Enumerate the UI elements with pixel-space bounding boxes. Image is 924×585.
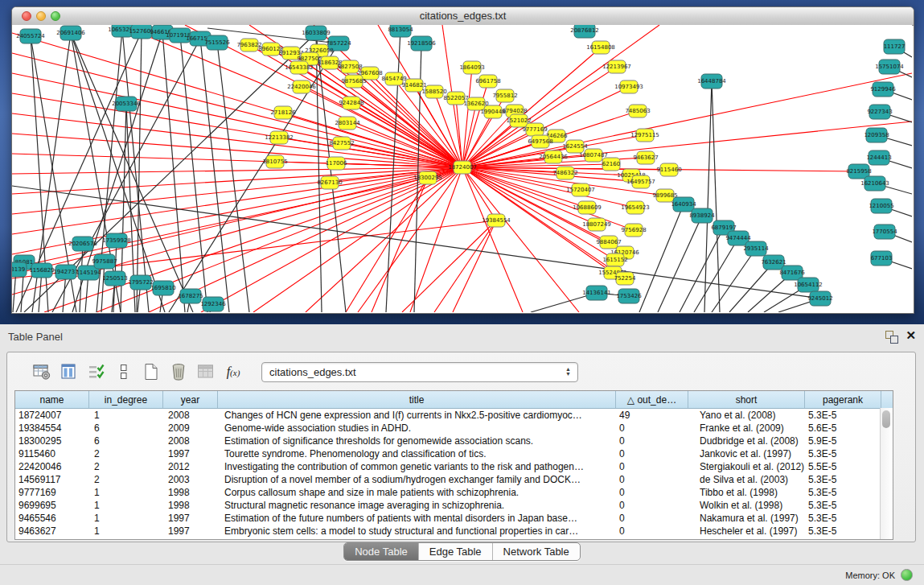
- graph-node[interactable]: 10654112: [794, 278, 823, 292]
- graph-node[interactable]: 752254: [614, 272, 636, 285]
- graph-node[interactable]: 1210055: [869, 199, 893, 213]
- table-row[interactable]: 911546021997Tourette syndrome. Phenomeno…: [15, 447, 893, 460]
- window-titlebar[interactable]: citations_edges.txt: [12, 7, 914, 26]
- graph-node[interactable]: 7486322: [552, 167, 577, 179]
- graph-node[interactable]: 9115460: [656, 163, 681, 176]
- table-row[interactable]: 1872400712008Changes of HCN gene express…: [15, 409, 893, 422]
- graph-node[interactable]: 1864093: [459, 61, 484, 74]
- graph-node[interactable]: 15751074: [875, 60, 904, 74]
- table-row[interactable]: 969969511998Structural magnetic resonanc…: [15, 499, 893, 512]
- column-header-title[interactable]: title: [218, 391, 616, 408]
- graph-node[interactable]: 19654923: [621, 201, 650, 214]
- graph-node[interactable]: 7515526: [204, 35, 230, 50]
- graph-node[interactable]: 16033809: [302, 26, 331, 40]
- table-selector-dropdown[interactable]: citations_edges.txt ▲▼: [261, 362, 578, 382]
- graph-node[interactable]: 20691406: [56, 26, 85, 40]
- close-panel-icon[interactable]: ✕: [906, 328, 916, 343]
- table-row[interactable]: 946362711997Embryonic stem cells: a mode…: [15, 525, 893, 538]
- graph-node[interactable]: 2935114: [743, 241, 769, 256]
- graph-node[interactable]: 8267130: [317, 176, 342, 189]
- graph-node[interactable]: 1292346: [200, 297, 226, 311]
- graph-node[interactable]: 16448784: [697, 74, 726, 89]
- graph-node[interactable]: 33139: [12, 262, 27, 277]
- graph-node[interactable]: 20206576: [68, 237, 97, 251]
- graph-node[interactable]: 62160: [602, 158, 620, 171]
- graph-node[interactable]: 9129946: [870, 82, 896, 97]
- graph-node[interactable]: 17359928: [102, 233, 131, 248]
- column-browser-icon[interactable]: [57, 360, 81, 383]
- row-height-icon[interactable]: [112, 360, 136, 383]
- network-canvas[interactable]: 2405572420691406106532571527602946616210…: [12, 25, 912, 312]
- import-table-icon[interactable]: [194, 360, 218, 383]
- graph-node[interactable]: 9975887: [92, 254, 117, 269]
- graph-node[interactable]: 16210643: [860, 176, 889, 191]
- column-header-pagerank[interactable]: pagerank: [805, 391, 881, 408]
- graph-node[interactable]: 1795722: [128, 275, 153, 290]
- graph-node[interactable]: 9245012: [807, 291, 832, 306]
- select-columns-icon[interactable]: [84, 360, 109, 383]
- column-header-out_de[interactable]: △ out_de…: [616, 391, 688, 408]
- tab-node-table[interactable]: Node Table: [344, 543, 418, 560]
- table-row[interactable]: 946554611997Estimation of the future num…: [15, 512, 893, 525]
- table-row[interactable]: 2242004622012Investigating the contribut…: [15, 460, 893, 473]
- graph-node[interactable]: 1753426: [616, 289, 642, 303]
- graph-node[interactable]: 7485063: [625, 105, 650, 117]
- column-header-year[interactable]: year: [163, 391, 218, 408]
- graph-node[interactable]: 117006: [326, 157, 347, 170]
- graph-node[interactable]: 9756928: [621, 224, 646, 237]
- graph-edge: [12, 167, 462, 234]
- graph-node[interactable]: 20876812: [570, 25, 599, 38]
- graph-node[interactable]: 12213967: [602, 60, 631, 73]
- graph-node[interactable]: 16154808: [586, 41, 615, 54]
- graph-node[interactable]: 7955812: [492, 89, 517, 102]
- graph-node[interactable]: 1942737: [53, 265, 78, 279]
- graph-node[interactable]: 12975115: [630, 129, 659, 142]
- graph-node[interactable]: 1156829: [29, 263, 54, 278]
- tab-network-table[interactable]: Network Table: [492, 543, 580, 560]
- graph-node[interactable]: 9875685: [341, 75, 366, 88]
- graph-node[interactable]: 2803144: [335, 117, 360, 130]
- graph-node[interactable]: 1990448: [480, 105, 505, 118]
- graph-node[interactable]: 19218506: [407, 36, 436, 51]
- graph-node[interactable]: 1810755: [262, 155, 287, 168]
- graph-node[interactable]: 8427552: [329, 137, 354, 150]
- table-row[interactable]: 1830029562008Estimation of significance …: [15, 435, 893, 447]
- graph-node[interactable]: 9463627: [633, 151, 658, 164]
- graph-node[interactable]: 8813054: [388, 25, 413, 37]
- graph-node[interactable]: 9242848: [339, 97, 363, 109]
- graph-node[interactable]: 10688609: [573, 201, 602, 214]
- graph-node[interactable]: 9227343: [867, 105, 892, 119]
- graph-node[interactable]: 677103: [871, 251, 893, 266]
- table-row[interactable]: 1456911722003Disruption of a novel membe…: [15, 473, 893, 486]
- graph-node[interactable]: 8938924: [689, 208, 715, 223]
- graph-node[interactable]: 6497568: [528, 135, 552, 148]
- graph-node[interactable]: 9777169: [522, 123, 547, 136]
- table-scrollbar-thumb[interactable]: [882, 410, 890, 428]
- graph-node[interactable]: 1678275: [178, 289, 203, 303]
- column-header-in_degree[interactable]: in_degree: [89, 391, 163, 408]
- function-builder-icon[interactable]: f(x): [221, 360, 245, 383]
- graph-node[interactable]: 111727: [884, 39, 906, 54]
- table-settings-icon[interactable]: [30, 360, 54, 383]
- new-table-icon[interactable]: [139, 360, 163, 383]
- graph-node[interactable]: 1250513: [102, 271, 127, 286]
- graph-node[interactable]: 14136141: [582, 286, 611, 300]
- graph-node[interactable]: 24055724: [16, 29, 45, 43]
- graph-node[interactable]: 1615152: [602, 253, 627, 266]
- table-row[interactable]: 977716911998Corpus callosum shape and si…: [15, 486, 893, 499]
- graph-node[interactable]: 20053346: [112, 97, 141, 111]
- delete-table-icon[interactable]: [166, 360, 191, 383]
- graph-node[interactable]: 1209358: [864, 128, 889, 142]
- column-header-name[interactable]: name: [15, 391, 89, 408]
- graph-node[interactable]: 12213382: [265, 131, 294, 144]
- graph-node[interactable]: 22420046: [287, 80, 316, 93]
- tab-edge-table[interactable]: Edge Table: [418, 543, 492, 560]
- table-row[interactable]: 1938455462009Genome-wide association stu…: [15, 422, 893, 435]
- graph-node[interactable]: 1695810: [150, 281, 175, 295]
- graph-node[interactable]: 1244413: [866, 150, 891, 165]
- table-scrollbar[interactable]: [880, 408, 893, 539]
- float-panel-icon[interactable]: [885, 331, 898, 344]
- graph-node[interactable]: 1770554: [872, 225, 897, 239]
- column-header-short[interactable]: short: [688, 391, 805, 408]
- graph-node[interactable]: 6961758: [475, 75, 500, 88]
